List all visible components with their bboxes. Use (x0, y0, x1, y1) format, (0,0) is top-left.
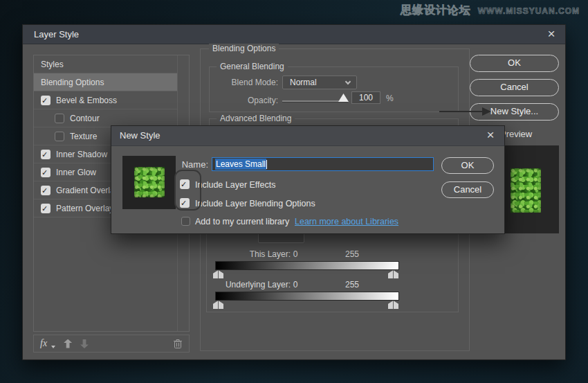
blend-if-group: This Layer: 0 255 Underlying Layer: 0 25… (206, 222, 459, 312)
preview-panel (505, 145, 559, 233)
add-to-library-checkbox[interactable] (181, 217, 190, 226)
underlying-layer-white-slider[interactable] (388, 301, 398, 309)
sidebar-item-label: Gradient Overlay (56, 186, 119, 195)
desktop-background: 思缘设计论坛 WWW.MISSYUAN.COM Layer Style Styl… (0, 0, 588, 383)
layer-style-title: Layer Style (34, 25, 79, 44)
fx-caret-icon (51, 346, 55, 348)
libraries-link[interactable]: Learn more about Libraries (295, 217, 398, 226)
blend-mode-label: Blend Mode: (210, 78, 278, 87)
annotation-arrow-line (439, 111, 484, 112)
checkbox-unchecked-icon[interactable] (55, 132, 64, 141)
watermark-site-url: WWW.MISSYUAN.COM (478, 6, 580, 16)
percent-label: % (386, 93, 396, 103)
checkbox-checked-icon[interactable] (41, 96, 50, 105)
this-layer-label: This Layer: (207, 249, 291, 259)
fx-menu-icon[interactable]: fx (40, 339, 47, 348)
name-label: Name: (153, 159, 208, 170)
sidebar-item-styles[interactable]: Styles (34, 55, 177, 73)
opacity-slider-thumb[interactable] (338, 93, 349, 102)
blend-mode-value: Normal (290, 78, 317, 87)
advanced-blending-legend: Advanced Blending (217, 114, 295, 123)
watermark-site-name: 思缘设计论坛 (401, 3, 471, 18)
general-blending-legend: General Blending (217, 62, 288, 71)
opacity-slider-track[interactable] (282, 100, 348, 103)
this-layer-white-slider[interactable] (388, 270, 398, 278)
close-icon[interactable] (543, 25, 560, 44)
sidebar-item-label: Contour (70, 114, 100, 123)
this-layer-min: 0 (290, 249, 301, 259)
underlying-layer-black-slider[interactable] (213, 301, 223, 309)
underlying-layer-max: 255 (342, 280, 362, 290)
fx-toolbar: fx (33, 335, 190, 353)
checkbox-checked-icon[interactable] (41, 168, 50, 177)
this-layer-max: 255 (342, 249, 362, 259)
layer-style-titlebar[interactable]: Layer Style (23, 25, 565, 44)
sidebar-item-label: Bevel & Emboss (56, 96, 117, 105)
blend-mode-select[interactable]: Normal (282, 75, 357, 89)
general-blending-group: General Blending Blend Mode: Normal Opac… (209, 66, 459, 112)
sidebar-item-blending-options[interactable]: Blending Options (34, 73, 177, 91)
underlying-layer-min: 0 (290, 280, 301, 290)
trash-icon (173, 339, 183, 349)
sidebar-item-label: Pattern Overlay (56, 204, 113, 213)
checkbox-checked-icon[interactable] (41, 204, 50, 213)
include-layer-blending-options-label: Include Layer Blending Options (195, 199, 315, 208)
close-icon[interactable] (482, 126, 499, 145)
checkbox-checked-icon[interactable] (41, 150, 50, 159)
checkbox-checked-icon[interactable] (41, 186, 50, 195)
underlying-layer-gradient-bar[interactable] (215, 292, 399, 301)
new-style-title: New Style (120, 126, 160, 145)
style-thumbnail (134, 167, 165, 197)
sidebar-item-label: Texture (70, 132, 97, 141)
style-name-input[interactable]: Leaves Small (212, 157, 434, 171)
move-down-icon[interactable] (80, 339, 89, 348)
sidebar-item-label: Styles (41, 60, 64, 69)
opacity-label: Opacity: (210, 96, 278, 105)
text-caret (266, 160, 267, 169)
new-style-titlebar[interactable]: New Style (111, 126, 504, 146)
annotation-arrow-head (482, 107, 491, 116)
this-layer-black-slider[interactable] (213, 270, 223, 278)
annotation-highlight-box (174, 170, 201, 211)
new-style-cancel-button[interactable]: Cancel (441, 181, 494, 198)
ok-button[interactable]: OK (470, 55, 559, 72)
underlying-layer-label: Underlying Layer: (207, 280, 291, 290)
watermark: 思缘设计论坛 WWW.MISSYUAN.COM (401, 3, 580, 18)
add-to-library-label: Add to my current library (195, 217, 289, 226)
delete-style-button[interactable] (173, 339, 183, 349)
new-style-dialog: New Style Name: Leaves Small OK Cancel I… (111, 125, 505, 234)
checkbox-unchecked-icon[interactable] (55, 114, 64, 123)
cancel-button[interactable]: Cancel (470, 79, 559, 96)
sidebar-item-label: Inner Shadow (56, 150, 107, 159)
sidebar-item-bevel-emboss[interactable]: Bevel & Emboss (34, 91, 177, 109)
panel-legend: Blending Options (209, 44, 279, 53)
new-style-ok-button[interactable]: OK (441, 157, 494, 174)
selected-text: Leaves Small (215, 159, 266, 170)
sidebar-item-label: Inner Glow (56, 168, 96, 177)
this-layer-gradient-bar[interactable] (215, 261, 399, 270)
preview-thumbnail (511, 168, 541, 213)
sidebar-item-label: Blending Options (41, 78, 104, 87)
include-layer-effects-label: Include Layer Effects (195, 180, 276, 190)
opacity-value-field[interactable]: 100 (351, 91, 380, 104)
chevron-down-icon (345, 79, 351, 84)
move-up-icon[interactable] (64, 339, 72, 348)
